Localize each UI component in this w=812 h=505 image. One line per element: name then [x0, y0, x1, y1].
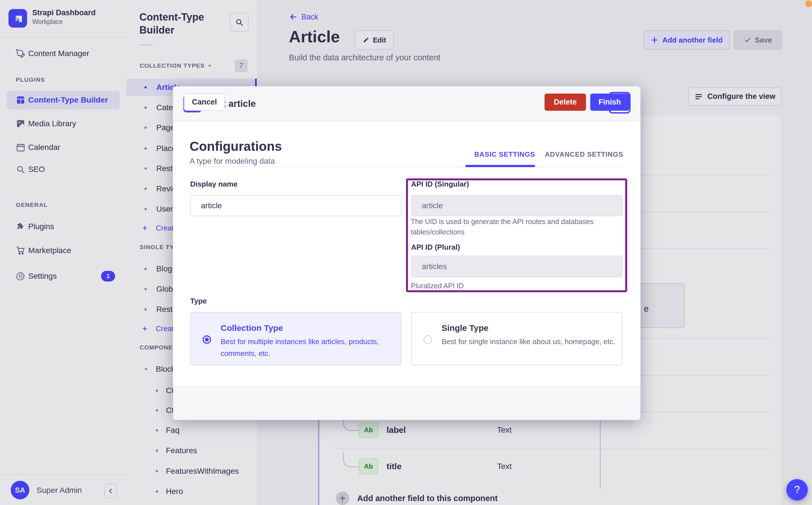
modal-footer — [173, 386, 641, 420]
configurations-heading: Configurations — [190, 139, 282, 154]
single-type-title: Single Type — [442, 323, 488, 333]
display-name-input[interactable]: article — [190, 195, 401, 216]
type-label: Type — [190, 297, 207, 306]
tabs-divider — [190, 167, 624, 167]
annotation-highlight-box — [406, 178, 627, 292]
edit-article-modal: CT Edit article Configurations A type fo… — [173, 86, 641, 420]
tab-advanced-settings[interactable]: ADVANCED SETTINGS — [545, 151, 623, 158]
collection-type-option[interactable]: Collection Type Best for multiple instan… — [190, 312, 401, 365]
help-button[interactable]: ? — [786, 479, 808, 500]
cancel-button[interactable]: Cancel — [184, 94, 225, 111]
radio-selected-icon[interactable] — [203, 335, 211, 344]
single-type-option[interactable]: Single Type Best for single instance lik… — [411, 312, 622, 365]
display-name-label: Display name — [190, 180, 238, 188]
collection-type-title: Collection Type — [221, 323, 283, 333]
tab-basic-settings[interactable]: BASIC SETTINGS — [474, 151, 535, 158]
single-type-desc: Best for single instance like about us, … — [442, 336, 616, 347]
finish-button[interactable]: Finish — [590, 94, 629, 111]
radio-unselected-icon[interactable] — [424, 335, 432, 344]
configurations-subheading: A type for modeling data — [190, 157, 275, 166]
collection-type-desc: Best for multiple instances like article… — [221, 336, 384, 359]
active-tab-underline — [466, 165, 535, 167]
recording-dot-icon — [805, 0, 812, 7]
delete-button[interactable]: Delete — [545, 94, 586, 111]
